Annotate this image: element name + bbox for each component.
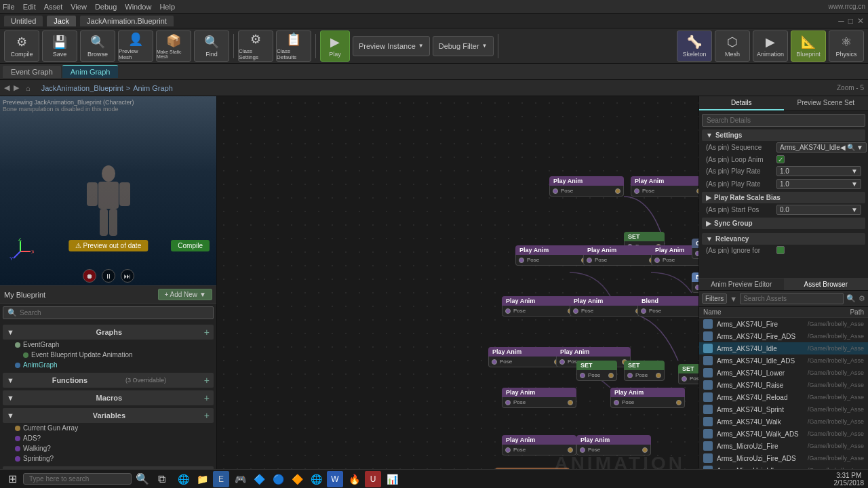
menu-edit[interactable]: Edit [23, 3, 36, 11]
app10-icon[interactable]: U [365, 471, 381, 487]
ab-item-1[interactable]: Arms_AKS74U_Fire_ADS /Game/lrobelly_Asse [699, 330, 868, 342]
task-view-icon[interactable]: ⧉ [153, 471, 170, 487]
menu-view[interactable]: View [71, 3, 87, 11]
class-defaults-button[interactable]: 📋 Class Defaults [276, 30, 311, 62]
menu-help[interactable]: Help [159, 3, 175, 11]
filters-arrow[interactable]: ▼ [730, 295, 737, 303]
ab-item-8[interactable]: Arms_AKS74U_Walk /Game/lrobelly_Asse [699, 415, 868, 428]
debug-filter-dropdown[interactable]: Debug Filter ▼ [433, 36, 494, 56]
node-n11[interactable]: Blend Pose [637, 296, 698, 317]
sequence-arrows[interactable]: ◀ 🔍 ▼ [840, 144, 863, 151]
close-btn[interactable]: ✕ [857, 16, 864, 26]
app3-icon[interactable]: E [213, 471, 229, 487]
app6-icon[interactable]: 🔵 [270, 471, 286, 487]
var-walking[interactable]: Walking? [3, 443, 214, 453]
breadcrumb-blueprint[interactable]: JackAnimation_Blueprint [41, 84, 123, 92]
menu-asset[interactable]: Asset [44, 3, 63, 11]
anim-graph-item[interactable]: AnimGraph [3, 360, 214, 370]
compile-button[interactable]: ⚙ Compile [4, 30, 39, 62]
menu-window[interactable]: Window [125, 3, 151, 11]
breadcrumb-anim[interactable]: Anim Graph [133, 84, 173, 92]
ab-search-input[interactable] [740, 293, 844, 304]
sequence-value[interactable]: Arms_AKS74U_Idle ◀ 🔍 ▼ [776, 142, 867, 152]
record-btn[interactable]: ⏺ [83, 269, 96, 283]
node-n17[interactable]: Play Anim Pose [610, 388, 685, 408]
blueprint-search-input[interactable] [20, 309, 209, 317]
sync-group-header[interactable]: ▶ Sync Group [702, 218, 865, 229]
minimize-btn[interactable]: ─ [838, 16, 844, 26]
chrome-icon[interactable]: 🌐 [308, 471, 324, 487]
app11-icon[interactable]: 📊 [384, 471, 400, 487]
windows-icon[interactable]: ⊞ [4, 471, 20, 487]
nav-forward-icon[interactable]: ▶ [14, 83, 19, 92]
ab-options-icon[interactable]: ⚙ [859, 294, 865, 303]
node-n10[interactable]: Play Anim Pose [570, 296, 644, 317]
blueprint-button[interactable]: 📐 Blueprint [791, 30, 826, 62]
physics-button[interactable]: ⚛ Physics [829, 30, 864, 62]
node-graph[interactable]: Play Anim Pose Play Anim Pose SET [217, 96, 698, 488]
event-graph-tab[interactable]: Event Graph [3, 66, 61, 78]
node-n4[interactable]: Play Anim Pose [515, 245, 590, 266]
node-n16[interactable]: SET Pose [624, 361, 665, 381]
save-button[interactable]: 💾 Save [42, 30, 77, 62]
details-tab[interactable]: Details [699, 96, 784, 110]
browser-tab[interactable]: Asset Browser [784, 279, 869, 290]
play-button[interactable]: ▶ Play [320, 30, 350, 62]
event-bp-update-item[interactable]: Event Blueprint Update Animation [3, 350, 214, 360]
node-n18[interactable]: SET Pose [678, 364, 698, 384]
node-n9[interactable]: Play Anim Pose [502, 296, 576, 317]
tab-blueprint[interactable]: JackAnimation.Blueprint [80, 16, 174, 26]
settings-header[interactable]: ▼ Settings [702, 129, 865, 141]
play-rate-scale-header[interactable]: ▶ Play Rate Scale Bias [702, 192, 865, 203]
node-n12[interactable]: Play Anim Pose [488, 347, 563, 367]
step-btn[interactable]: ⏭ [121, 269, 134, 283]
node-n14[interactable]: Play Anim Pose [502, 388, 576, 408]
skeleton-button[interactable]: 🦴 Skeleton [677, 30, 712, 62]
home-icon[interactable]: ⌂ [26, 84, 31, 92]
ab-item-10[interactable]: Arms_MicroUzi_Fire /Game/lrobelly_Asse [699, 440, 868, 452]
node-n21[interactable]: Play Anim Pose [576, 435, 651, 455]
ab-item-5[interactable]: Arms_AKS74U_Raise /Game/lrobelly_Asse [699, 379, 868, 391]
ab-item-0[interactable]: Arms_AKS74U_Fire /Game/lrobelly_Asse [699, 318, 868, 330]
preview-scene-tab[interactable]: Preview Scene Set [784, 96, 869, 110]
node-n8[interactable]: Blend Space Pose [692, 272, 698, 293]
maximize-btn[interactable]: □ [848, 16, 853, 26]
word-icon[interactable]: W [327, 471, 343, 487]
ab-item-3[interactable]: Arms_AKS74U_Idle_ADS /Game/lrobelly_Asse [699, 354, 868, 367]
play-rate-spin[interactable]: ▼ [851, 167, 858, 175]
play-rate-value[interactable]: 1.0 ▼ [776, 166, 861, 176]
preview-mesh-button[interactable]: 👤 Preview Mesh [118, 30, 153, 62]
play-rate2-value[interactable]: 1.0 ▼ [776, 179, 861, 189]
nav-back-icon[interactable]: ◀ [4, 83, 9, 92]
variables-add-btn[interactable]: + [204, 410, 210, 421]
var-sprinting[interactable]: Sprinting? [3, 453, 214, 464]
menu-file[interactable]: File [3, 3, 15, 11]
mesh-button[interactable]: ⬡ Mesh [715, 30, 750, 62]
functions-header[interactable]: ▼ Functions (3 Overridable) + [3, 373, 214, 388]
ab-item-11[interactable]: Arms_MicroUzi_Fire_ADS /Game/lrobelly_As… [699, 452, 868, 464]
browse-button[interactable]: 🔍 Browse [80, 30, 115, 62]
menu-debug[interactable]: Debug [95, 3, 117, 11]
start-pos-spin[interactable]: ▼ [851, 206, 858, 214]
ie-icon[interactable]: 🌐 [175, 471, 191, 487]
explorer-icon[interactable]: 📁 [194, 471, 210, 487]
node-n2[interactable]: Play Anim Pose [631, 176, 698, 197]
event-graph-item[interactable]: EventGraph [3, 340, 214, 350]
details-search-input[interactable] [702, 114, 865, 127]
var-current-gun-array[interactable]: Current Gun Array [3, 423, 214, 433]
tab-untitled[interactable]: Untitled [4, 16, 43, 26]
cortana-icon[interactable]: 🔍 [134, 471, 151, 487]
macros-add-btn[interactable]: + [204, 392, 210, 403]
app9-icon[interactable]: 🔥 [346, 471, 362, 487]
loop-anim-check[interactable]: ✓ [776, 155, 785, 163]
graphs-add-btn[interactable]: + [204, 327, 210, 338]
var-ads[interactable]: ADS? [3, 433, 214, 443]
tab-jack[interactable]: Jack [47, 16, 76, 26]
find-button[interactable]: 🔍 Find [194, 30, 229, 62]
node-n20[interactable]: Play Anim Pose [502, 435, 576, 455]
ab-item-6[interactable]: Arms_AKS74U_Reload /Game/lrobelly_Asse [699, 391, 868, 403]
make-static-button[interactable]: 📦 Make Static Mesh [156, 30, 191, 62]
start-pos-value[interactable]: 0.0 ▼ [776, 205, 861, 215]
preview-instance-dropdown[interactable]: Preview Instance ▼ [353, 36, 430, 56]
blueprint-search-bar[interactable]: 🔍 [3, 306, 214, 319]
